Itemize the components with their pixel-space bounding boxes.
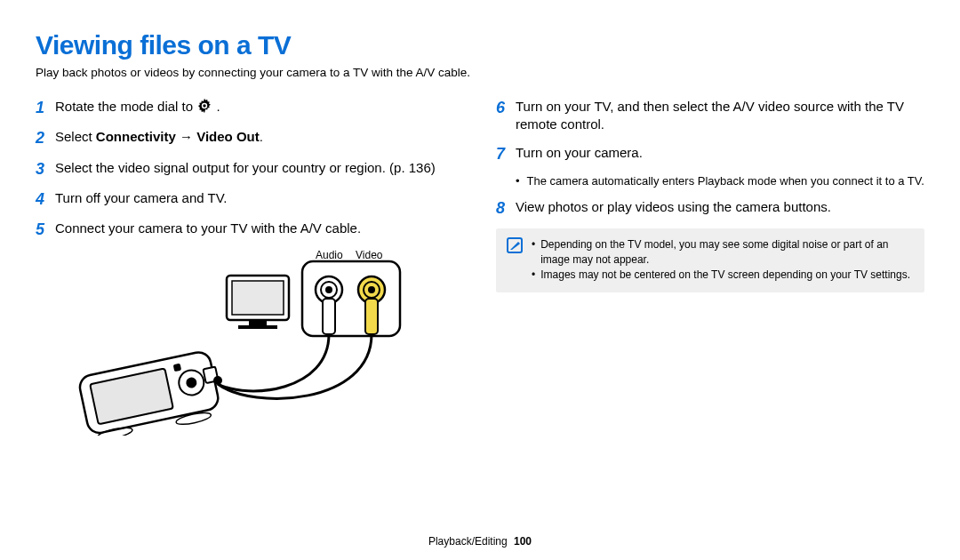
step-number: 3 [36, 158, 55, 180]
step-7: 7 Turn on your camera. [496, 143, 924, 164]
two-column-layout: 1 Rotate the mode dial to . 2 [36, 97, 924, 436]
step-2-bold: Connectivity → Video Out [96, 129, 260, 144]
step-2: 2 Select Connectivity → Video Out. [36, 127, 464, 148]
step-1-post: . [216, 99, 220, 114]
step-6: 6 Turn on your TV, and then select the A… [496, 97, 924, 134]
note-list: Depending on the TV model, you may see s… [532, 237, 914, 284]
step-text: Turn on your TV, and then select the A/V… [516, 97, 924, 134]
svg-rect-13 [249, 320, 267, 325]
step-2-pre: Select [55, 129, 96, 144]
step-1-pre: Rotate the mode dial to [55, 99, 196, 114]
step-4: 4 Turn off your camera and TV. [36, 188, 464, 210]
svg-point-23 [213, 376, 222, 385]
page-subtitle: Play back photos or videos by connecting… [36, 66, 924, 79]
note-item: Images may not be centered on the TV scr… [532, 268, 914, 283]
step-number: 6 [496, 97, 516, 118]
step-7-sub-bullet: The camera automatically enters Playback… [516, 173, 924, 189]
step-2-post: . [260, 129, 263, 144]
tv-icon [227, 276, 289, 329]
page-footer: Playback/Editing 100 [0, 535, 960, 548]
av-cable-illustration: Audio Video [71, 249, 453, 436]
note-item: Depending on the TV model, you may see s… [532, 237, 914, 268]
svg-point-9 [368, 286, 375, 293]
step-number: 4 [36, 188, 55, 210]
svg-rect-2 [302, 261, 400, 336]
step-number: 5 [36, 219, 55, 240]
step-text: View photos or play videos using the cam… [516, 197, 831, 216]
video-jack-label: Video [356, 249, 382, 261]
step-5: 5 Connect your camera to your TV with th… [36, 219, 464, 240]
svg-point-1 [204, 104, 206, 107]
note-icon [507, 237, 523, 253]
manual-page: Viewing files on a TV Play back photos o… [0, 0, 960, 560]
note-box: Depending on the TV model, you may see s… [496, 228, 924, 292]
step-text: Select the video signal output for your … [55, 158, 436, 177]
step-number: 7 [496, 143, 516, 164]
left-column: 1 Rotate the mode dial to . 2 [36, 97, 464, 436]
step-number: 2 [36, 127, 55, 148]
step-1: 1 Rotate the mode dial to . [36, 97, 464, 118]
svg-rect-12 [232, 281, 284, 315]
illustration-svg [71, 249, 453, 436]
sub-bullet-text: The camera automatically enters Playback… [527, 173, 924, 189]
step-number: 8 [496, 197, 516, 219]
step-text: Turn off your camera and TV. [55, 188, 227, 207]
svg-rect-10 [365, 299, 378, 334]
step-text: Connect your camera to your TV with the … [55, 219, 361, 237]
camera-icon [77, 349, 226, 436]
step-number: 1 [36, 97, 55, 118]
step-8: 8 View photos or play videos using the c… [496, 197, 924, 219]
svg-rect-6 [323, 299, 335, 334]
svg-rect-14 [238, 325, 277, 329]
step-text: Turn on your camera. [516, 143, 643, 162]
footer-section: Playback/Editing [428, 535, 508, 548]
step-text: Rotate the mode dial to . [55, 97, 220, 116]
page-title: Viewing files on a TV [36, 30, 924, 60]
audio-jack-label: Audio [316, 249, 343, 261]
mode-dial-settings-icon [196, 98, 212, 114]
step-text: Select Connectivity → Video Out. [55, 127, 263, 146]
step-3: 3 Select the video signal output for you… [36, 158, 464, 180]
svg-point-5 [325, 286, 332, 293]
right-column: 6 Turn on your TV, and then select the A… [496, 97, 924, 436]
footer-page-number: 100 [514, 535, 532, 548]
